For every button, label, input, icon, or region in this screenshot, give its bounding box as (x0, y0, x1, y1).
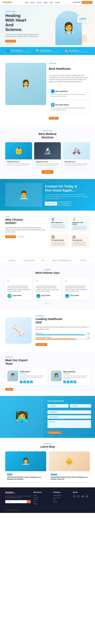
contact-phone-button[interactable]: 0800 000000 (59, 202, 71, 206)
healthcare-title: Best Healthcare (49, 67, 90, 70)
blog-image-1: 👩‍⚕️ (5, 452, 46, 471)
team-member-1: 👨‍⚕️ Keith Griffin Cardiologist Lorem ip… (5, 368, 46, 386)
footer-link-faq[interactable]: FAQ (53, 499, 70, 500)
linkedin-icon-2[interactable]: in (70, 380, 73, 383)
immediate-image: 🚑 (63, 142, 90, 160)
feature-experience-title: More experience (11, 50, 30, 51)
form-section: 👩‍💻 Book Appointment Book Appointment (0, 396, 95, 438)
contact-appointment-button[interactable]: Appointment (45, 202, 57, 206)
testimonials-section: # REVIEWS What Patients Says " Lorem ips… (0, 264, 95, 310)
test-author-1: 😊 Alexis Angine Patient (7, 294, 30, 298)
skill-desc: Lorem ipsum dolor sit amet consectetur a… (36, 326, 90, 330)
twitter-icon-2[interactable]: t (67, 380, 69, 383)
hc-innovation-card: 💡 Innovation Impact Duis aute irure dolo… (49, 101, 90, 113)
skill-design-label: Design Development Support 75% (36, 337, 90, 338)
team-viewall-button[interactable]: View All (5, 388, 13, 391)
testimonial-2: " Lorem ipsum dolor sit amet consectetur… (34, 278, 61, 300)
healthcare-image-column: 👩‍⚕️ (5, 63, 46, 120)
why-innovation-card: 💡 Innovation with impact Lorem ipsum dol… (71, 216, 90, 232)
footer-link-privacy[interactable]: Privacy Policy (53, 495, 70, 496)
skill-er-pct: 90% (87, 332, 90, 334)
nav-contact[interactable]: Contact (55, 2, 60, 3)
testimonial-3: " Lorem ipsum dolor sit amet consectetur… (63, 278, 90, 300)
footer-link-home[interactable]: Home (33, 495, 50, 496)
test-author-2: 👩 Alexis Angine Patient (36, 294, 59, 298)
service-diagnostic: 🔬 Diagnostic Center Lorem ipsum dolor si… (34, 142, 61, 168)
pediatric-image: 👶 (5, 142, 32, 160)
form-column: Book Appointment Book Appointment (44, 396, 95, 438)
dot-2[interactable] (47, 303, 48, 304)
healthcare-doctor-photo: 👩‍⚕️ (5, 63, 46, 105)
twitter-icon-1[interactable]: t (23, 380, 26, 383)
nav-about[interactable]: About (31, 2, 35, 3)
linkedin-icon-1[interactable]: in (27, 380, 29, 383)
why-learn-more-link[interactable]: Learn More (17, 236, 24, 238)
form-lastname-input[interactable] (70, 404, 91, 408)
blog-tag: # OUR BLOG (5, 443, 90, 444)
innovation-icon: 💡 (36, 50, 39, 52)
footer-facebook-btn[interactable]: f (73, 495, 76, 498)
healthcare-tag: # WELCOME (49, 63, 90, 64)
nav-blog[interactable]: Blog (50, 2, 53, 3)
form-firstname-input[interactable] (48, 404, 69, 408)
instagram-icon-1[interactable]: ig (30, 380, 33, 383)
contact-buttons: Appointment 0800 000000 (45, 202, 90, 206)
facebook-icon-2[interactable]: f (63, 380, 66, 383)
skill-design-track (36, 339, 90, 340)
hero-quote: — Dr. Almour (5, 44, 48, 45)
footer-link-blog[interactable]: Blog (33, 501, 50, 502)
hero-appointment-button[interactable]: Appointment (5, 40, 16, 42)
nav-service[interactable]: Service (37, 2, 42, 3)
brand-quality: QUALITY ASSURANCE CO. (52, 260, 72, 261)
form-phone-field (48, 415, 91, 419)
footer-social-title: Social (73, 491, 90, 493)
why-header: # REAL Why ChooseDOGRI? Lorem ipsum dolo… (5, 216, 90, 248)
footer-instagram-btn[interactable]: ig (81, 495, 84, 498)
hero-text: # THE REAL BEST HealingWith HeartAndScie… (5, 11, 48, 45)
footer-link-services[interactable]: Services (33, 499, 50, 500)
appointment-button[interactable]: Appointment (82, 1, 92, 4)
hero-badge: 100% Satisfaction Rate (77, 16, 88, 23)
footer-search-button[interactable]: → (27, 500, 31, 503)
service-immediate: 🚑 Immediate Care Lorem ipsum dolor sit a… (63, 142, 90, 168)
form-email-input[interactable] (48, 410, 91, 414)
footer-link-sitemap[interactable]: Sitemap (53, 501, 70, 502)
footer-link-contact[interactable]: Contact (33, 503, 50, 504)
test-role-3: Patient (70, 296, 79, 297)
form-message-textarea[interactable] (48, 420, 91, 428)
blog-category-1: Health (7, 474, 12, 476)
facebook-icon-1[interactable]: f (20, 380, 22, 383)
skill-content: # EXPERIENCE Leading HealthcareSkill Lor… (36, 315, 90, 346)
test-name-2: Alexis Angine (42, 295, 50, 296)
features-bar: ⚕️ More experience Duis aute irure dolor… (0, 47, 95, 55)
healthcare-grid: 👩‍⚕️ # WELCOME Best Healthcare Lorem ips… (5, 63, 90, 120)
form-phone-input[interactable] (48, 415, 91, 419)
skill-design: Design Development Support 75% (36, 337, 90, 340)
why-appointment-button[interactable]: Appointment (5, 236, 16, 238)
experience-icon: ⚕️ (7, 50, 10, 52)
instagram-icon-2[interactable]: ig (74, 380, 76, 383)
dot-1[interactable] (45, 303, 46, 304)
footer-search-input[interactable] (5, 500, 27, 503)
footer-link-about[interactable]: About Us (33, 497, 50, 498)
healthcare-readmore-button[interactable]: Read More (49, 117, 58, 120)
patient-icon: 🏥 (64, 50, 68, 52)
nav-pages[interactable]: Pages (44, 2, 48, 3)
team-desc-1: Lorem ipsum dolor sit amet consectetur a… (20, 375, 44, 380)
services-viewmore-button[interactable]: View More (42, 170, 53, 174)
testimonial-dots (5, 302, 90, 305)
skill-design-fill (36, 339, 76, 340)
nav-home[interactable]: Home (25, 2, 29, 3)
blog-info-2: Wellness Fighting Back Against Chronic I… (49, 471, 90, 482)
dot-3[interactable] (49, 303, 50, 304)
footer-link-terms[interactable]: Terms of Use (53, 497, 70, 498)
healthcare-desc: Lorem ipsum dolor sit amet consectetur a… (49, 74, 90, 83)
logo-text: DOGR (3, 1, 10, 4)
footer-twitter-btn[interactable]: t (77, 495, 80, 498)
form-lastname-field (70, 404, 91, 408)
form-submit-button[interactable]: Book Appointment (48, 431, 61, 434)
skill-findout-button[interactable]: Find Out More (36, 343, 47, 346)
blog-category-2: Wellness (51, 474, 57, 476)
testimonial-1: " Lorem ipsum dolor sit amet consectetur… (5, 278, 32, 300)
footer-linkedin-btn[interactable]: in (85, 495, 88, 498)
